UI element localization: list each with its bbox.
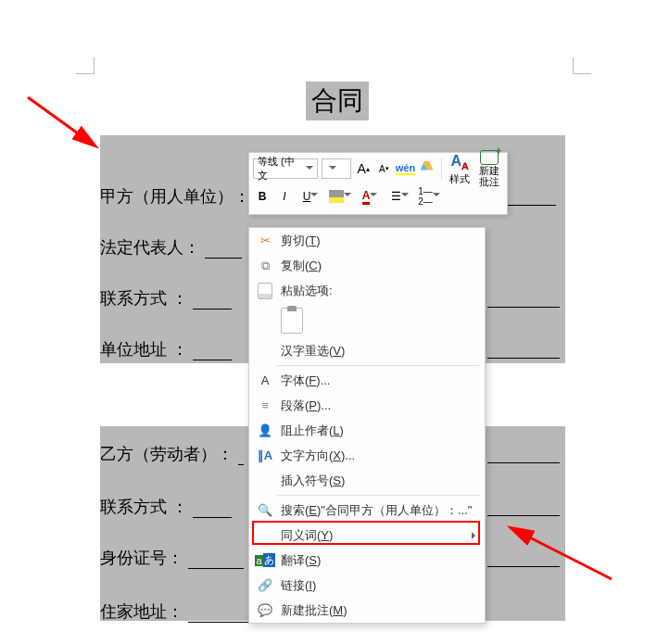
field-id-no[interactable]: 身份证号： [100,547,244,569]
field-contact-1[interactable]: 联系方式 ： [100,287,232,309]
comment-icon [480,150,499,165]
translate-icon: aあ [255,553,275,567]
italic-button[interactable]: I [275,186,294,207]
search-icon: 🔍 [255,503,275,517]
menu-insert-symbol[interactable]: 插入符号(S) [249,468,485,493]
menu-paste-options-label: 粘贴选项: [249,278,485,303]
page-margin-corner [76,57,95,74]
menu-synonyms[interactable]: 同义词(Y) [249,523,485,548]
context-menu: ✂ 剪切(T) ⧉ 复制(C) 粘贴选项: 汉字重选(V) A 字体(F)...… [248,227,486,624]
paste-icon [255,283,275,299]
menu-paste-option-keep[interactable] [249,303,485,338]
divider [441,158,442,180]
field-line[interactable] [487,338,560,359]
menu-font[interactable]: A 字体(F)... [249,368,485,393]
shrink-font-button[interactable]: A▾ [375,158,392,179]
bullets-icon: ☰ [391,190,401,203]
block-author-icon: 👤 [255,423,275,437]
menu-link[interactable]: 🔗 链接(I) [249,573,485,598]
copy-icon: ⧉ [255,259,275,273]
grow-font-button[interactable]: A▴ [355,158,372,179]
menu-translate[interactable]: aあ 翻译(S) [249,548,485,573]
numbering-button[interactable]: 1—2— [416,186,442,207]
link-icon: 🔗 [255,578,275,592]
field-party-a[interactable]: 甲方（用人单位）： [100,185,259,208]
font-name-select[interactable]: 等线 (中文 [253,158,318,179]
field-legal-rep[interactable]: 法定代表人： [100,236,242,259]
menu-reconvert[interactable]: 汉字重选(V) [249,338,485,363]
chevron-down-icon [329,163,336,175]
doc-title[interactable]: 合同 [306,82,369,120]
text-direction-icon: ∥A [255,448,275,462]
field-contact-2[interactable]: 联系方式 ： [100,496,232,518]
bold-button[interactable]: B [253,186,272,207]
comment-icon: 💬 [255,603,275,617]
menu-cut[interactable]: ✂ 剪切(T) [249,228,485,253]
highlight-button[interactable] [327,186,353,207]
chevron-down-icon [370,190,377,203]
scissors-icon: ✂ [255,234,275,247]
field-line[interactable] [487,496,560,516]
menu-text-direction[interactable]: ∥A 文字方向(X)... [249,443,485,468]
field-line[interactable] [487,547,560,567]
field-party-b[interactable]: 乙方（劳动者）： [100,443,244,465]
field-line[interactable] [487,287,560,308]
chevron-down-icon [344,190,351,203]
styles-button[interactable]: Aᴀ 样式 [448,153,473,184]
bullets-button[interactable]: ☰ [386,186,412,207]
menu-separator [277,495,479,496]
highlighter-icon [329,190,344,203]
field-line[interactable] [500,185,556,206]
chevron-down-icon [401,190,409,203]
menu-copy[interactable]: ⧉ 复制(C) [249,253,485,278]
menu-block-authors[interactable]: 👤 阻止作者(L) [249,418,485,443]
mini-toolbar: 等线 (中文 A▴ A▾ wén Aᴀ 样式 新建 批注 B I U A ☰ 1… [248,152,508,215]
format-painter-button[interactable] [418,158,435,179]
menu-new-comment[interactable]: 💬 新建批注(M) [249,598,485,623]
chevron-down-icon [310,190,318,203]
field-line[interactable] [487,443,560,463]
field-address-1[interactable]: 单位地址 ： [100,338,232,360]
page-margin-corner [573,57,591,74]
font-icon: A [255,373,275,387]
underline-button[interactable]: U [297,186,323,207]
brush-icon [421,161,434,176]
font-size-select[interactable] [322,158,351,179]
font-color-button[interactable]: A [357,186,383,207]
clipboard-icon [281,308,303,334]
menu-separator [277,365,479,366]
phonetic-guide-button[interactable]: wén [396,158,414,179]
menu-paragraph[interactable]: ≡ 段落(P)... [249,393,485,418]
menu-search[interactable]: 🔍 搜索(E)"合同甲方（用人单位）：..." [249,498,485,523]
numbering-icon: 1—2— [418,186,433,207]
chevron-down-icon [433,190,440,203]
paragraph-icon: ≡ [255,398,275,412]
chevron-down-icon [306,163,313,175]
